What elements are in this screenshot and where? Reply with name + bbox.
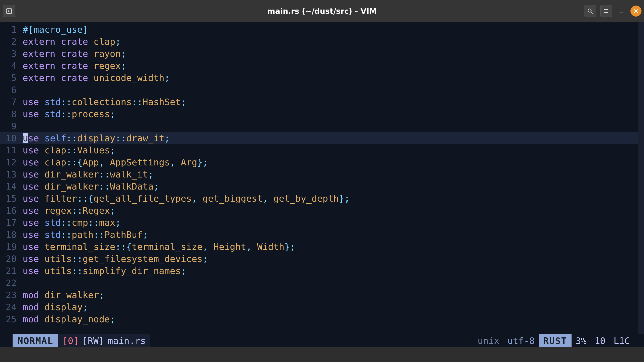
code-line[interactable]: 13use dir_walker::walk_it; (0, 168, 644, 180)
code-line[interactable]: 8use std::process; (0, 108, 644, 120)
app-icon-button[interactable] (3, 5, 15, 17)
code-line[interactable]: 3extern crate rayon; (0, 48, 644, 60)
code-line[interactable]: 21use utils::simplify_dir_names; (0, 265, 644, 277)
line-number: 25 (0, 313, 20, 325)
code-line[interactable]: 17use std::cmp::max; (0, 217, 644, 229)
code-line[interactable]: 23mod dir_walker; (0, 289, 644, 301)
code-line[interactable]: 5extern crate unicode_width; (0, 72, 644, 84)
line-number: 23 (0, 289, 20, 301)
status-language: RUST (539, 334, 572, 347)
scrollbar[interactable] (638, 22, 644, 334)
code-content: extern crate regex; (20, 60, 126, 72)
code-content: use dir_walker::walk_it; (20, 168, 153, 180)
window-bottom-pad (0, 347, 644, 362)
code-line[interactable]: 9 (0, 120, 644, 132)
code-line[interactable]: 10use self::display::draw_it; (0, 132, 644, 144)
status-flag-group: [0] [RW] main.rs (58, 334, 150, 347)
close-button[interactable] (630, 6, 641, 17)
minimize-button[interactable] (616, 6, 626, 16)
line-number: 3 (0, 48, 20, 60)
code-content: use utils::get_filesystem_devices; (20, 253, 208, 265)
code-content: extern crate rayon; (20, 48, 126, 60)
status-encoding-enc: utf-8 (503, 334, 539, 347)
code-line[interactable]: 25mod display_node; (0, 313, 644, 325)
line-number: 1 (0, 24, 20, 36)
terminal-icon (6, 8, 12, 14)
line-number: 2 (0, 36, 20, 48)
status-encoding-os: unix (473, 334, 503, 347)
line-number: 18 (0, 229, 20, 241)
code-content: extern crate clap; (20, 36, 121, 48)
line-number: 10 (0, 132, 20, 144)
code-line[interactable]: 20use utils::get_filesystem_devices; (0, 253, 644, 265)
search-button[interactable] (584, 5, 596, 17)
line-number: 20 (0, 253, 20, 265)
line-number: 21 (0, 265, 20, 277)
code-line[interactable]: 24mod display; (0, 301, 644, 313)
code-content: use regex::Regex; (20, 205, 115, 217)
code-content: #[macro_use] (20, 24, 88, 36)
window-controls (584, 5, 641, 17)
code-content: mod dir_walker; (20, 289, 104, 301)
code-line[interactable]: 11use clap::Values; (0, 144, 644, 156)
line-number: 8 (0, 108, 20, 120)
code-content: use clap::Values; (20, 144, 115, 156)
code-content: use terminal_size::{terminal_size, Heigh… (20, 241, 295, 253)
search-icon (587, 8, 593, 14)
line-number: 5 (0, 72, 20, 84)
status-flag-zero: [0] (62, 336, 79, 346)
status-rw: [RW] (82, 336, 104, 346)
code-line[interactable]: 19use terminal_size::{terminal_size, Hei… (0, 241, 644, 253)
code-line[interactable]: 4extern crate regex; (0, 60, 644, 72)
line-number: 11 (0, 144, 20, 156)
code-content: use clap::{App, AppSettings, Arg}; (20, 156, 208, 168)
code-line[interactable]: 6 (0, 84, 644, 96)
hamburger-icon (603, 8, 609, 14)
mode-indicator: NORMAL (13, 334, 58, 347)
status-filename: main.rs (108, 336, 146, 346)
line-number: 17 (0, 217, 20, 229)
editor-viewport[interactable]: 1#[macro_use]2extern crate clap;3extern … (0, 22, 644, 334)
window-title: main.rs (~/dust/src) - VIM (267, 7, 377, 16)
code-line[interactable]: 14use dir_walker::WalkData; (0, 180, 644, 193)
line-number: 9 (0, 120, 20, 132)
code-content: mod display; (20, 301, 88, 313)
code-line[interactable]: 16use regex::Regex; (0, 205, 644, 217)
code-line[interactable]: 2extern crate clap; (0, 36, 644, 48)
line-number: 12 (0, 156, 20, 168)
status-line: 10 (591, 334, 610, 347)
code-line[interactable]: 1#[macro_use] (0, 24, 644, 36)
line-number: 15 (0, 193, 20, 205)
line-number: 16 (0, 205, 20, 217)
minimize-icon (619, 9, 624, 14)
code-content: use dir_walker::WalkData; (20, 180, 159, 193)
status-percent: 3% (572, 334, 590, 347)
code-content: use std::process; (20, 108, 115, 120)
menu-button[interactable] (600, 5, 612, 17)
line-number: 22 (0, 277, 20, 289)
line-number: 6 (0, 84, 20, 96)
code-line[interactable]: 22 (0, 277, 644, 289)
statusbar: NORMAL [0] [RW] main.rs unix utf-8 RUST … (0, 334, 644, 347)
code-content: use std::cmp::max; (20, 217, 121, 229)
code-content: mod display_node; (20, 313, 115, 325)
gvim-window: main.rs (~/dust/src) - VIM 1#[macro_use]… (0, 0, 644, 362)
code-line[interactable]: 15use filter::{get_all_file_types, get_b… (0, 193, 644, 205)
line-number: 19 (0, 241, 20, 253)
line-number: 4 (0, 60, 20, 72)
svg-line-2 (591, 12, 593, 14)
code-line[interactable]: 12use clap::{App, AppSettings, Arg}; (0, 156, 644, 168)
code-content: extern crate unicode_width; (20, 72, 170, 84)
line-number: 13 (0, 168, 20, 180)
line-number: 14 (0, 180, 20, 193)
close-icon (633, 8, 639, 14)
code-line[interactable]: 18use std::path::PathBuf; (0, 229, 644, 241)
code-content: use std::collections::HashSet; (20, 96, 186, 108)
code-line[interactable]: 7use std::collections::HashSet; (0, 96, 644, 108)
line-number: 7 (0, 96, 20, 108)
titlebar: main.rs (~/dust/src) - VIM (0, 0, 644, 22)
svg-point-1 (588, 9, 591, 12)
code-content: use self::display::draw_it; (20, 132, 170, 144)
cursor: u (23, 133, 28, 143)
status-col: L1C (610, 334, 634, 347)
